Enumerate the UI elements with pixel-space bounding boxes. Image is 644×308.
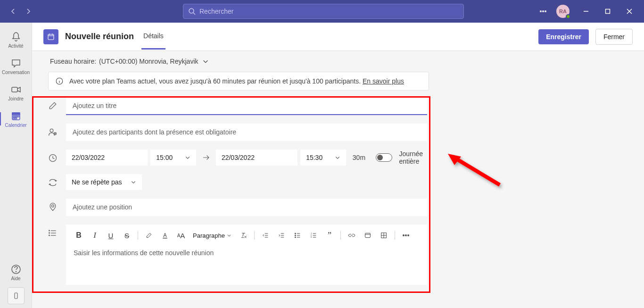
rail-activity[interactable]: Activité bbox=[0, 26, 32, 53]
page-title: Nouvelle réunion bbox=[65, 32, 134, 42]
underline-button[interactable]: U bbox=[104, 228, 118, 242]
calendar-icon bbox=[10, 110, 22, 122]
rail-label: Aide bbox=[11, 276, 20, 281]
svg-point-21 bbox=[52, 205, 54, 207]
svg-point-18 bbox=[50, 129, 53, 132]
rail-help[interactable]: Aide bbox=[0, 259, 32, 285]
description-body[interactable]: Saisir les informations de cette nouvell… bbox=[66, 246, 427, 285]
rail-label: Activité bbox=[8, 43, 23, 49]
svg-rect-7 bbox=[12, 113, 20, 115]
bold-button[interactable]: B bbox=[72, 228, 86, 242]
app-rail: Activité Conversation Joindre Calendrier… bbox=[0, 23, 32, 308]
timezone-value: (UTC+00:00) Monrovia, Reykjavik bbox=[99, 58, 198, 65]
svg-point-24 bbox=[49, 235, 50, 236]
meeting-title-input[interactable] bbox=[66, 97, 427, 115]
svg-point-3 bbox=[545, 11, 546, 12]
timezone-label: Fuseau horaire: bbox=[50, 58, 96, 65]
timezone-bar[interactable]: Fuseau horaire: (UTC+00:00) Monrovia, Re… bbox=[32, 51, 644, 72]
participants-input[interactable] bbox=[66, 124, 427, 141]
search-input[interactable]: Rechercher bbox=[183, 4, 464, 19]
more-format-button[interactable] bbox=[399, 228, 413, 242]
svg-rect-31 bbox=[365, 233, 371, 237]
rail-apps-button[interactable] bbox=[8, 287, 25, 304]
rail-join[interactable]: Joindre bbox=[0, 79, 32, 106]
svg-point-2 bbox=[543, 11, 544, 12]
svg-point-14 bbox=[16, 271, 16, 272]
rte-toolbar: B I U S bbox=[66, 225, 427, 246]
end-date-input[interactable]: 22/03/2022 bbox=[216, 150, 297, 166]
annotation-arrow bbox=[438, 147, 504, 194]
meeting-icon bbox=[43, 29, 58, 44]
font-size-button[interactable]: AA bbox=[174, 228, 188, 242]
number-list-button[interactable]: 123 bbox=[306, 228, 321, 242]
chevron-down-icon bbox=[131, 179, 136, 185]
svg-point-33 bbox=[403, 235, 404, 236]
window-minimize-button[interactable] bbox=[575, 0, 597, 23]
svg-rect-16 bbox=[48, 34, 54, 39]
indent-button[interactable] bbox=[274, 228, 289, 242]
recurrence-select[interactable]: Ne se répète pas bbox=[66, 174, 142, 190]
link-button[interactable] bbox=[345, 228, 359, 242]
end-time-input[interactable]: 15:30 bbox=[300, 150, 346, 166]
avatar-initials: RA bbox=[559, 8, 567, 14]
page-header: Nouvelle réunion Détails Enregistrer Fer… bbox=[32, 23, 644, 51]
nav-back-button[interactable] bbox=[8, 6, 19, 17]
highlight-button[interactable] bbox=[142, 228, 156, 242]
avatar[interactable]: RA bbox=[556, 5, 570, 18]
svg-point-25 bbox=[295, 233, 296, 234]
svg-rect-12 bbox=[15, 117, 17, 119]
window-maximize-button[interactable] bbox=[597, 0, 619, 23]
close-button[interactable]: Fermer bbox=[595, 29, 633, 45]
clear-format-button[interactable] bbox=[236, 228, 250, 242]
description-editor: B I U S bbox=[66, 225, 427, 285]
titlebar: Rechercher RA bbox=[0, 0, 644, 23]
font-color-button[interactable] bbox=[158, 228, 172, 242]
info-banner: Avec votre plan Teams actuel, vous avez … bbox=[48, 72, 429, 91]
start-time-input[interactable]: 15:00 bbox=[150, 150, 196, 166]
svg-rect-4 bbox=[606, 9, 610, 14]
start-date-input[interactable]: 22/03/2022 bbox=[66, 150, 148, 166]
tab-details[interactable]: Détails bbox=[141, 24, 165, 50]
all-day-label: Journée entière bbox=[399, 150, 444, 165]
location-input[interactable] bbox=[66, 199, 427, 216]
device-icon bbox=[12, 291, 20, 300]
code-button[interactable] bbox=[361, 228, 375, 242]
info-icon bbox=[55, 77, 64, 85]
calendar-icon bbox=[47, 33, 55, 41]
repeat-icon bbox=[48, 178, 58, 187]
svg-point-23 bbox=[49, 233, 50, 233]
save-button[interactable]: Enregistrer bbox=[538, 29, 589, 44]
banner-text: Avec votre plan Teams actuel, vous avez … bbox=[69, 77, 361, 85]
rail-label: Calendrier bbox=[5, 123, 26, 128]
table-button[interactable] bbox=[377, 228, 391, 242]
all-day-toggle[interactable] bbox=[376, 153, 392, 162]
quote-button[interactable]: ” bbox=[322, 228, 337, 242]
svg-rect-9 bbox=[15, 116, 17, 117]
help-icon bbox=[10, 264, 22, 275]
search-icon bbox=[188, 8, 196, 15]
search-placeholder: Rechercher bbox=[199, 8, 233, 15]
location-icon bbox=[48, 202, 58, 212]
svg-point-26 bbox=[295, 235, 296, 236]
bullet-list-button[interactable] bbox=[290, 228, 305, 242]
list-icon bbox=[48, 228, 58, 238]
learn-more-link[interactable]: En savoir plus bbox=[363, 77, 404, 85]
pencil-icon bbox=[48, 101, 58, 110]
main-content: Nouvelle réunion Détails Enregistrer Fer… bbox=[32, 23, 644, 308]
svg-rect-15 bbox=[15, 293, 17, 299]
nav-forward-button[interactable] bbox=[23, 6, 34, 17]
window-close-button[interactable] bbox=[619, 0, 640, 23]
paragraph-select[interactable]: Paragraphe bbox=[190, 232, 234, 239]
rail-calendar[interactable]: Calendrier bbox=[0, 106, 32, 132]
more-options-button[interactable] bbox=[536, 8, 551, 15]
chat-icon bbox=[10, 58, 22, 69]
strikethrough-button[interactable]: S bbox=[120, 228, 134, 242]
people-add-icon bbox=[48, 127, 58, 137]
chevron-down-icon bbox=[202, 58, 209, 65]
rail-chat[interactable]: Conversation bbox=[0, 53, 32, 79]
svg-rect-11 bbox=[13, 117, 15, 119]
italic-button[interactable]: I bbox=[88, 228, 102, 242]
video-icon bbox=[10, 84, 22, 95]
outdent-button[interactable] bbox=[258, 228, 272, 242]
presence-indicator bbox=[566, 14, 570, 19]
